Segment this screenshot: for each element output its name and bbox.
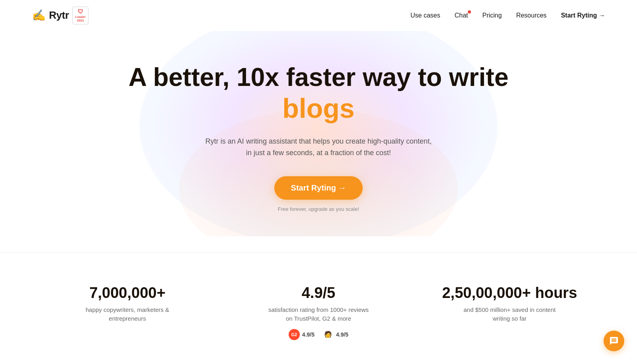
nav-links: Use cases Chat Pricing Resources Start R… (410, 12, 605, 19)
hero-title: A better, 10x faster way to write blogs (16, 63, 621, 125)
nav-link-use-cases[interactable]: Use cases (410, 12, 440, 19)
chat-widget-icon (609, 336, 619, 346)
hero-title-highlight: blogs (16, 92, 621, 125)
hero-content: A better, 10x faster way to write blogs … (16, 63, 621, 212)
stat-hours: 2,50,00,000+ hours and $500 million+ sav… (414, 276, 605, 331)
g2-icon: G2 (289, 329, 300, 340)
stat-copywriters-label: happy copywriters, marketers &entreprene… (48, 306, 207, 323)
navbar: ✍️ Rytr 🛡 Leader 2021 Use cases Chat Pri… (0, 0, 637, 31)
stat-hours-number: 2,50,00,000+ hours (430, 284, 589, 302)
nav-link-chat[interactable]: Chat (455, 12, 468, 19)
stat-copywriters: 7,000,000+ happy copywriters, marketers … (32, 276, 223, 331)
hero-cta-button[interactable]: Start Ryting → (274, 176, 363, 200)
stat-satisfaction: 4.9/5 satisfaction rating from 1000+ rev… (223, 276, 414, 348)
g2-rating-badge: G2 4.9/5 (289, 329, 315, 340)
badge-label: Leader (75, 15, 86, 19)
nav-link-resources[interactable]: Resources (516, 12, 546, 19)
nav-item-pricing[interactable]: Pricing (482, 12, 502, 19)
nav-item-use-cases[interactable]: Use cases (410, 12, 440, 19)
logo-name: Rytr (49, 9, 69, 21)
nav-item-resources[interactable]: Resources (516, 12, 546, 19)
hero-section: A better, 10x faster way to write blogs … (0, 31, 637, 236)
g2-score: 4.9/5 (302, 331, 315, 338)
badge-shield-icon: 🛡 (78, 8, 83, 15)
rating-badges: G2 4.9/5 🧑 4.9/5 (239, 329, 398, 340)
logo-area[interactable]: ✍️ Rytr 🛡 Leader 2021 (32, 6, 89, 25)
logo-icon: ✍️ (32, 9, 46, 22)
capterra-score: 4.9/5 (336, 331, 348, 338)
stat-satisfaction-label: satisfaction rating from 1000+ reviewson… (239, 306, 398, 323)
stat-hours-label: and $500 million+ saved in contentwritin… (430, 306, 589, 323)
stat-satisfaction-number: 4.9/5 (239, 284, 398, 302)
chat-widget-button[interactable] (604, 331, 624, 351)
nav-link-pricing[interactable]: Pricing (482, 12, 502, 19)
stats-section: 7,000,000+ happy copywriters, marketers … (0, 252, 637, 364)
nav-start-button[interactable]: Start Ryting → (561, 12, 605, 19)
nav-item-chat[interactable]: Chat (455, 12, 468, 19)
capterra-rating-badge: 🧑 4.9/5 (322, 329, 348, 340)
hero-subtitle: Rytr is an AI writing assistant that hel… (203, 136, 434, 159)
capterra-icon: 🧑 (322, 329, 334, 340)
hero-free-text: Free forever, upgrade as you scale! (278, 206, 360, 212)
leader-badge: 🛡 Leader 2021 (72, 6, 89, 25)
hero-title-line1: A better, 10x faster way to write (129, 63, 508, 91)
stat-copywriters-number: 7,000,000+ (48, 284, 207, 302)
nav-item-start[interactable]: Start Ryting → (561, 12, 605, 19)
badge-year: 2021 (77, 19, 84, 23)
